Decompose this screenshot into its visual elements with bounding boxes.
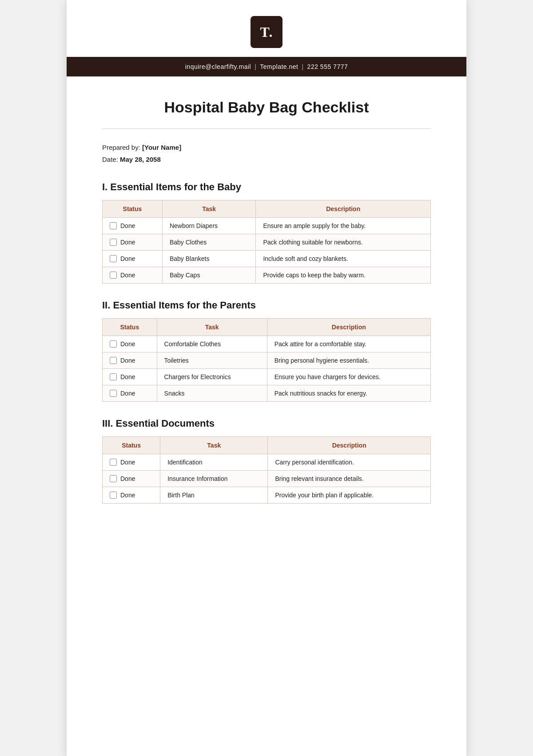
status-cell-1-2: Done	[103, 369, 157, 385]
checkbox-icon[interactable]	[110, 475, 117, 482]
section-table-1: StatusTaskDescriptionDoneComfortable Clo…	[102, 318, 431, 402]
desc-cell-0-2: Include soft and cozy blankets.	[256, 251, 431, 267]
table-row: DoneBaby CapsProvide caps to keep the ba…	[103, 267, 431, 284]
task-cell-0-0: Newborn Diapers	[162, 218, 256, 234]
contact-info: inquire@clearfifty.mail | Template.net |…	[67, 63, 466, 70]
prepared-by-label: Prepared by:	[102, 144, 140, 151]
col-header-2-1: Task	[160, 437, 268, 454]
header-bar: inquire@clearfifty.mail | Template.net |…	[67, 57, 466, 76]
table-row: DoneInsurance InformationBring relevant …	[103, 471, 431, 487]
sep2: |	[302, 63, 303, 70]
checkbox-icon[interactable]	[110, 255, 117, 262]
checkbox-icon[interactable]	[110, 340, 117, 348]
status-text: Done	[120, 390, 135, 397]
content-area: Hospital Baby Bag Checklist Prepared by:…	[67, 76, 466, 535]
status-text: Done	[120, 459, 135, 466]
col-header-2-0: Status	[103, 437, 160, 454]
desc-cell-2-0: Carry personal identification.	[268, 454, 431, 471]
checkbox-icon[interactable]	[110, 357, 117, 364]
desc-cell-1-2: Ensure you have chargers for devices.	[267, 369, 430, 385]
section-table-2: StatusTaskDescriptionDoneIdentificationC…	[102, 436, 431, 504]
prepared-by-value: [Your Name]	[142, 144, 181, 151]
desc-cell-1-1: Bring personal hygiene essentials.	[267, 352, 430, 369]
table-row: DoneComfortable ClothesPack attire for a…	[103, 336, 431, 352]
status-text: Done	[120, 272, 135, 279]
col-header-1-2: Description	[267, 319, 430, 336]
table-row: DoneIdentificationCarry personal identif…	[103, 454, 431, 471]
status-text: Done	[120, 492, 135, 499]
header-phone: 222 555 7777	[307, 63, 348, 70]
table-row: DoneBaby BlanketsInclude soft and cozy b…	[103, 251, 431, 267]
task-cell-0-1: Baby Clothes	[162, 234, 256, 251]
status-text: Done	[120, 255, 135, 262]
col-header-0-0: Status	[103, 200, 163, 218]
page: T. inquire@clearfifty.mail | Template.ne…	[67, 0, 466, 756]
desc-cell-2-1: Bring relevant insurance details.	[268, 471, 431, 487]
col-header-1-0: Status	[103, 319, 157, 336]
task-cell-1-2: Chargers for Electronics	[157, 369, 267, 385]
checkbox-icon[interactable]	[110, 390, 117, 397]
meta-section: Prepared by: [Your Name] Date: May 28, 2…	[102, 141, 431, 165]
status-cell-1-3: Done	[103, 385, 157, 402]
header-website: Template.net	[260, 63, 298, 70]
task-cell-1-3: Snacks	[157, 385, 267, 402]
logo-text: T.	[260, 24, 273, 40]
date-label: Date:	[102, 156, 118, 163]
checkbox-icon[interactable]	[110, 459, 117, 466]
status-cell-2-2: Done	[103, 487, 160, 504]
checkbox-icon[interactable]	[110, 492, 117, 499]
status-cell-0-3: Done	[103, 267, 163, 284]
status-cell-0-2: Done	[103, 251, 163, 267]
col-header-0-2: Description	[256, 200, 431, 218]
date-value: May 28, 2058	[120, 156, 161, 163]
task-cell-2-1: Insurance Information	[160, 471, 268, 487]
document-title: Hospital Baby Bag Checklist	[102, 99, 431, 116]
status-cell-2-0: Done	[103, 454, 160, 471]
desc-cell-0-0: Ensure an ample supply for the baby.	[256, 218, 431, 234]
sep1: |	[255, 63, 256, 70]
table-row: DoneToiletriesBring personal hygiene ess…	[103, 352, 431, 369]
status-cell-0-0: Done	[103, 218, 163, 234]
status-cell-1-1: Done	[103, 352, 157, 369]
checkbox-icon[interactable]	[110, 222, 117, 229]
status-text: Done	[120, 373, 135, 380]
status-cell-2-1: Done	[103, 471, 160, 487]
table-row: DoneNewborn DiapersEnsure an ample suppl…	[103, 218, 431, 234]
logo-box: T.	[251, 16, 282, 48]
table-row: DoneBaby ClothesPack clothing suitable f…	[103, 234, 431, 251]
desc-cell-0-3: Provide caps to keep the baby warm.	[256, 267, 431, 284]
prepared-by-line: Prepared by: [Your Name]	[102, 141, 431, 153]
date-line: Date: May 28, 2058	[102, 153, 431, 165]
status-text: Done	[120, 239, 135, 246]
section-heading-1: II. Essential Items for the Parents	[102, 300, 431, 311]
desc-cell-0-1: Pack clothing suitable for newborns.	[256, 234, 431, 251]
logo-area: T.	[67, 0, 466, 57]
col-header-0-1: Task	[162, 200, 256, 218]
table-row: DoneBirth PlanProvide your birth plan if…	[103, 487, 431, 504]
checkbox-icon[interactable]	[110, 239, 117, 246]
table-row: DoneSnacksPack nutritious snacks for ene…	[103, 385, 431, 402]
header-email: inquire@clearfifty.mail	[185, 63, 251, 70]
status-text: Done	[120, 357, 135, 364]
task-cell-0-3: Baby Caps	[162, 267, 256, 284]
title-divider	[102, 128, 431, 129]
status-text: Done	[120, 340, 135, 348]
desc-cell-1-0: Pack attire for a comfortable stay.	[267, 336, 430, 352]
task-cell-2-2: Birth Plan	[160, 487, 268, 504]
status-cell-0-1: Done	[103, 234, 163, 251]
task-cell-1-1: Toiletries	[157, 352, 267, 369]
checkbox-icon[interactable]	[110, 272, 117, 279]
col-header-2-2: Description	[268, 437, 431, 454]
checkbox-icon[interactable]	[110, 373, 117, 380]
task-cell-0-2: Baby Blankets	[162, 251, 256, 267]
table-row: DoneChargers for ElectronicsEnsure you h…	[103, 369, 431, 385]
section-heading-2: III. Essential Documents	[102, 418, 431, 429]
task-cell-2-0: Identification	[160, 454, 268, 471]
task-cell-1-0: Comfortable Clothes	[157, 336, 267, 352]
section-heading-0: I. Essential Items for the Baby	[102, 181, 431, 193]
desc-cell-2-2: Provide your birth plan if applicable.	[268, 487, 431, 504]
status-text: Done	[120, 475, 135, 482]
desc-cell-1-3: Pack nutritious snacks for energy.	[267, 385, 430, 402]
sections-container: I. Essential Items for the BabyStatusTas…	[102, 181, 431, 504]
section-table-0: StatusTaskDescriptionDoneNewborn Diapers…	[102, 200, 431, 284]
